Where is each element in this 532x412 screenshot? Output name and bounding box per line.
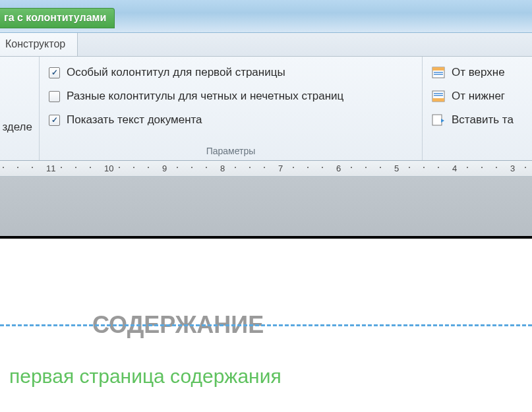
insert-tab-icon bbox=[432, 114, 445, 126]
label: Вставить та bbox=[452, 113, 514, 127]
footer-from-bottom[interactable]: От нижнег bbox=[429, 84, 525, 108]
contextual-tab-title: га с колонтитулами bbox=[0, 8, 115, 28]
option-label: Особый колонтитул для первой страницы bbox=[67, 66, 285, 79]
ruler-number: 3 bbox=[510, 163, 515, 173]
svg-rect-3 bbox=[434, 74, 443, 75]
insert-alignment-tab[interactable]: Вставить та bbox=[429, 108, 525, 132]
option-show-doc-text[interactable]: Показать текст документа bbox=[46, 108, 415, 132]
document-background bbox=[0, 177, 532, 236]
ruler-number: 10 bbox=[104, 163, 113, 173]
ruler-number: 5 bbox=[394, 163, 399, 173]
ruler-number: 6 bbox=[336, 163, 341, 173]
checkbox-icon[interactable] bbox=[49, 67, 60, 78]
page-subline: первая страница содержания bbox=[9, 365, 532, 388]
label: От верхне bbox=[452, 66, 505, 79]
title-bar: га с колонтитулами bbox=[0, 0, 532, 33]
svg-rect-7 bbox=[434, 95, 443, 96]
label: От нижнег bbox=[452, 90, 505, 103]
option-label: Разные колонтитулы для четных и нечетных… bbox=[67, 90, 343, 103]
option-first-page-different[interactable]: Особый колонтитул для первой страницы bbox=[46, 61, 415, 84]
svg-rect-8 bbox=[432, 115, 442, 125]
checkbox-icon[interactable] bbox=[49, 115, 60, 126]
horizontal-ruler[interactable]: 11109876543 bbox=[0, 161, 532, 177]
ribbon-group-position: От верхне От нижнег Вставить та bbox=[423, 57, 532, 160]
ruler-number: 7 bbox=[278, 163, 283, 173]
svg-rect-5 bbox=[432, 98, 444, 102]
header-top-icon bbox=[432, 67, 445, 78]
svg-rect-6 bbox=[434, 93, 443, 94]
svg-rect-2 bbox=[434, 72, 443, 73]
ribbon-group-left-fragment: зделе bbox=[0, 57, 40, 160]
left-fragment-text: зделе bbox=[2, 121, 32, 134]
ruler-number: 9 bbox=[162, 163, 167, 173]
header-footer-separator bbox=[0, 324, 532, 326]
document-page: СОДЕРЖАНИЕ первая страница содержания bbox=[0, 236, 532, 412]
ruler-number: 4 bbox=[452, 163, 457, 173]
ribbon-tab-row: Конструктор bbox=[0, 33, 532, 57]
ruler-number: 11 bbox=[46, 163, 55, 173]
tab-designer[interactable]: Конструктор bbox=[0, 33, 78, 56]
ruler-number: 8 bbox=[220, 163, 225, 173]
ribbon-group-options: Особый колонтитул для первой страницы Ра… bbox=[40, 57, 423, 160]
checkbox-icon[interactable] bbox=[49, 91, 60, 102]
option-odd-even-different[interactable]: Разные колонтитулы для четных и нечетных… bbox=[46, 84, 415, 108]
ribbon: зделе Особый колонтитул для первой стран… bbox=[0, 57, 532, 161]
svg-rect-1 bbox=[432, 67, 444, 71]
footer-bottom-icon bbox=[432, 90, 445, 102]
option-label: Показать текст документа bbox=[67, 113, 202, 127]
group-caption-options: Параметры bbox=[46, 143, 415, 160]
header-from-top[interactable]: От верхне bbox=[429, 61, 525, 84]
